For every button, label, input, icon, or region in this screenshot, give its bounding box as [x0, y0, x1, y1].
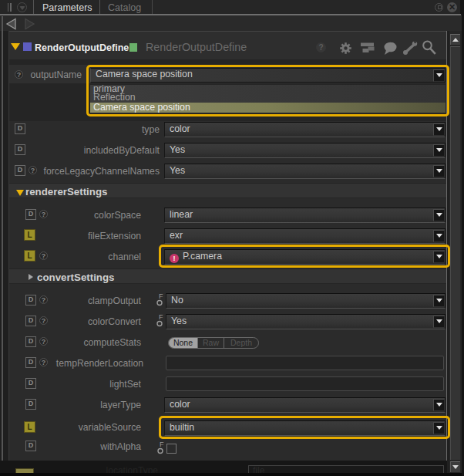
svg-text:F: F [159, 313, 163, 321]
svg-text:F: F [160, 441, 164, 448]
svg-text:F: F [159, 292, 163, 300]
